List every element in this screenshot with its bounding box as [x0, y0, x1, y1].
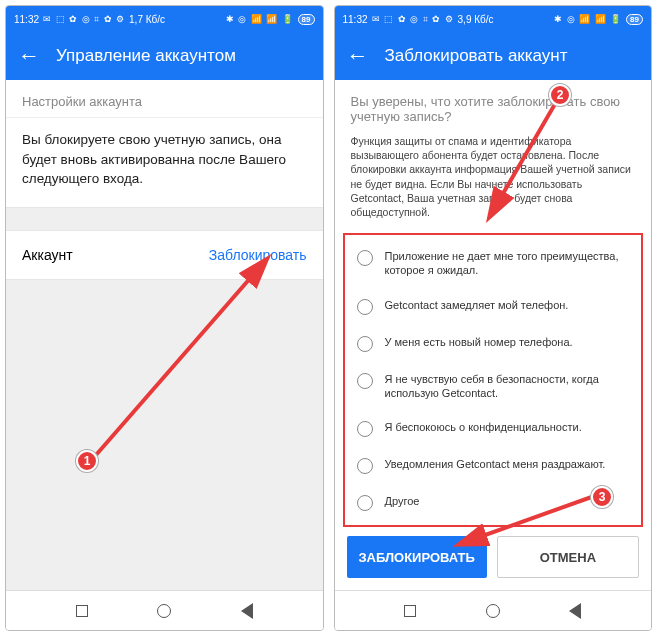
account-row: Аккаунт Заблокировать: [6, 230, 323, 280]
nav-recent-icon[interactable]: [404, 605, 416, 617]
cancel-button[interactable]: ОТМЕНА: [497, 536, 639, 578]
reason-option[interactable]: Уведомления Getcontact меня раздражают.: [351, 447, 636, 484]
status-notif-icons: ✉ ⬚ ✿ ◎ ⌗ ✿ ⚙: [372, 14, 454, 25]
battery-icon: 89: [626, 14, 643, 25]
status-time: 11:32: [343, 14, 368, 25]
phone-right: 11:32 ✉ ⬚ ✿ ◎ ⌗ ✿ ⚙ 3,9 Кб/с ✱ ◎ 📶 📶 🔋 8…: [334, 5, 653, 631]
nav-back-icon[interactable]: [569, 603, 581, 619]
reason-label: Getcontact замедляет мой телефон.: [385, 298, 569, 312]
reason-label: Приложение не дает мне того преимущества…: [385, 249, 630, 278]
battery-icon: 89: [298, 14, 315, 25]
step-badge-1: 1: [76, 450, 98, 472]
svg-line-0: [96, 260, 266, 455]
app-bar: ← Заблокировать аккаунт: [335, 32, 652, 80]
reason-option[interactable]: Я беспокоюсь о конфиденциальности.: [351, 410, 636, 447]
reason-label: Я беспокоюсь о конфиденциальности.: [385, 420, 582, 434]
back-arrow-icon[interactable]: ←: [347, 45, 369, 67]
back-arrow-icon[interactable]: ←: [18, 45, 40, 67]
radio-icon[interactable]: [357, 495, 373, 511]
status-notif-icons: ✉ ⬚ ✿ ◎ ⌗ ✿ ⚙: [43, 14, 125, 25]
reasons-list: Приложение не дает мне того преимущества…: [343, 233, 644, 527]
step-badge-2: 2: [549, 84, 571, 106]
radio-icon[interactable]: [357, 421, 373, 437]
reason-label: Другое: [385, 494, 420, 508]
section-label: Настройки аккаунта: [6, 80, 323, 118]
nav-back-icon[interactable]: [241, 603, 253, 619]
radio-icon[interactable]: [357, 250, 373, 266]
radio-icon[interactable]: [357, 299, 373, 315]
reason-label: Уведомления Getcontact меня раздражают.: [385, 457, 606, 471]
account-label: Аккаунт: [22, 247, 73, 263]
status-bar: 11:32 ✉ ⬚ ✿ ◎ ⌗ ✿ ⚙ 1,7 Кб/с ✱ ◎ 📶 📶 🔋 8…: [6, 6, 323, 32]
status-sys-icons: ✱ ◎ 📶 📶 🔋: [226, 14, 294, 24]
confirm-question: Вы уверены, что хотите заблокировать сво…: [335, 80, 652, 130]
block-button[interactable]: ЗАБЛОКИРОВАТЬ: [347, 536, 487, 578]
nav-home-icon[interactable]: [157, 604, 171, 618]
nav-home-icon[interactable]: [486, 604, 500, 618]
reason-option[interactable]: Getcontact замедляет мой телефон.: [351, 288, 636, 325]
reason-label: У меня есть новый номер телефона.: [385, 335, 573, 349]
reason-option[interactable]: Я не чувствую себя в безопасности, когда…: [351, 362, 636, 411]
page-title: Управление аккаунтом: [56, 46, 236, 66]
radio-icon[interactable]: [357, 336, 373, 352]
info-small-text: Функция защиты от спама и идентификатора…: [335, 130, 652, 231]
content-area: Настройки аккаунта Вы блокируете свою уч…: [6, 80, 323, 590]
button-row: ЗАБЛОКИРОВАТЬ ОТМЕНА: [347, 536, 640, 578]
status-speed: 1,7 Кб/с: [129, 14, 165, 25]
radio-icon[interactable]: [357, 458, 373, 474]
info-block: Вы блокируете свою учетную запись, она б…: [6, 118, 323, 208]
reason-label: Я не чувствую себя в безопасности, когда…: [385, 372, 630, 401]
reason-option[interactable]: Приложение не дает мне того преимущества…: [351, 239, 636, 288]
content-area: Вы уверены, что хотите заблокировать сво…: [335, 80, 652, 590]
step-badge-3: 3: [591, 486, 613, 508]
phone-left: 11:32 ✉ ⬚ ✿ ◎ ⌗ ✿ ⚙ 1,7 Кб/с ✱ ◎ 📶 📶 🔋 8…: [5, 5, 324, 631]
app-bar: ← Управление аккаунтом: [6, 32, 323, 80]
status-speed: 3,9 Кб/с: [458, 14, 494, 25]
status-sys-icons: ✱ ◎ 📶 📶 🔋: [554, 14, 622, 24]
status-time: 11:32: [14, 14, 39, 25]
reason-option[interactable]: У меня есть новый номер телефона.: [351, 325, 636, 362]
page-title: Заблокировать аккаунт: [385, 46, 568, 66]
android-nav-bar: [6, 590, 323, 630]
radio-icon[interactable]: [357, 373, 373, 389]
nav-recent-icon[interactable]: [76, 605, 88, 617]
block-link[interactable]: Заблокировать: [209, 247, 307, 263]
status-bar: 11:32 ✉ ⬚ ✿ ◎ ⌗ ✿ ⚙ 3,9 Кб/с ✱ ◎ 📶 📶 🔋 8…: [335, 6, 652, 32]
android-nav-bar: [335, 590, 652, 630]
